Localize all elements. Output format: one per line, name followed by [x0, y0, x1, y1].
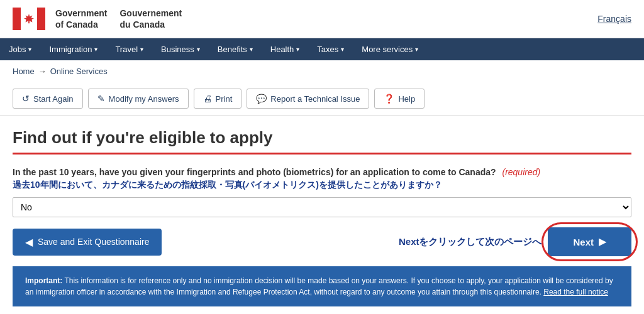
help-button[interactable]: ❓ Help [374, 89, 425, 109]
breadcrumb-home[interactable]: Home [13, 67, 35, 76]
biometrics-select[interactable]: NoYes [13, 197, 631, 217]
question-block: In the past 10 years, have you given you… [13, 167, 631, 227]
nav-label-taxes: Taxes [317, 45, 338, 54]
help-icon: ❓ [384, 94, 394, 104]
notice-link[interactable]: Read the full notice [543, 288, 608, 296]
chevron-down-icon: ▾ [94, 46, 97, 53]
nav-item-more-services[interactable]: More services▾ [353, 38, 427, 60]
chevron-down-icon: ▾ [140, 46, 143, 53]
next-hint-text: Nextをクリックして次のページへ [399, 236, 542, 248]
start-again-icon: ↺ [22, 94, 30, 104]
question-text-en: In the past 10 years, have you given you… [13, 167, 631, 177]
gov-name-fr: Gouvernement du Canada [119, 8, 182, 30]
nav-item-business[interactable]: Business▾ [152, 38, 209, 60]
chevron-down-icon: ▾ [197, 46, 200, 53]
breadcrumb-arrow: → [38, 67, 47, 76]
help-label: Help [398, 94, 415, 104]
page-title: Find out if you're eligible to apply [13, 128, 631, 154]
important-notice: Important: This information is for refer… [13, 266, 631, 306]
next-section: Nextをクリックして次のページへ Next ▶ [399, 227, 631, 256]
nav-label-health: Health [270, 45, 294, 54]
main-content: Find out if you're eligible to apply In … [0, 116, 644, 314]
pencil-icon: ✎ [97, 94, 105, 104]
language-toggle[interactable]: Français [597, 14, 631, 24]
breadcrumb-online-services[interactable]: Online Services [50, 67, 108, 76]
start-again-label: Start Again [33, 94, 74, 104]
nav-label-travel: Travel [115, 45, 138, 54]
nav-item-jobs[interactable]: Jobs▾ [0, 38, 40, 60]
nav-item-travel[interactable]: Travel▾ [106, 38, 152, 60]
question-text-ja: 過去10年間において、カナダに来るための指紋採取・写真(バイオメトリクス)を提供… [13, 180, 631, 191]
report-issue-button[interactable]: 💬 Report a Technical Issue [247, 89, 369, 109]
notice-bold: Important: [25, 276, 62, 285]
nav-label-immigration: Immigration [49, 45, 92, 54]
next-label: Next [573, 237, 594, 247]
canada-flag [13, 6, 45, 31]
chevron-down-icon: ▾ [250, 46, 253, 53]
chevron-down-icon: ▾ [341, 46, 344, 53]
nav-label-jobs: Jobs [9, 45, 26, 54]
chevron-down-icon: ▾ [415, 46, 418, 53]
next-arrow-icon: ▶ [599, 236, 606, 247]
toolbar: ↺ Start Again ✎ Modify my Answers 🖨 Prin… [0, 82, 644, 116]
modify-answers-button[interactable]: ✎ Modify my Answers [88, 89, 189, 109]
print-button[interactable]: 🖨 Print [194, 89, 242, 109]
print-label: Print [216, 94, 233, 104]
action-row: ◀ Save and Exit Questionnaire Nextをクリックし… [13, 227, 631, 256]
required-label: (required) [502, 167, 540, 177]
gov-name: Government of Canada Gouvernement du Can… [55, 8, 182, 30]
header: Government of Canada Gouvernement du Can… [0, 0, 644, 38]
chevron-down-icon: ▾ [296, 46, 299, 53]
modify-label: Modify my Answers [109, 94, 179, 104]
notice-text: This information is for reference only a… [25, 276, 613, 296]
question-label: In the past 10 years, have you given you… [13, 167, 496, 177]
save-exit-button[interactable]: ◀ Save and Exit Questionnaire [13, 229, 162, 256]
nav-item-immigration[interactable]: Immigration▾ [40, 38, 106, 60]
main-nav: Jobs▾Immigration▾Travel▾Business▾Benefit… [0, 38, 644, 60]
start-again-button[interactable]: ↺ Start Again [13, 89, 83, 109]
chevron-down-icon: ▾ [28, 46, 31, 53]
francais-link[interactable]: Français [597, 14, 631, 24]
nav-label-more-services: More services [362, 45, 413, 54]
breadcrumb: Home → Online Services [0, 60, 644, 82]
nav-item-benefits[interactable]: Benefits▾ [209, 38, 262, 60]
save-exit-label: Save and Exit Questionnaire [38, 237, 149, 247]
next-button[interactable]: Next ▶ [548, 227, 631, 256]
gov-name-en: Government of Canada [55, 8, 107, 30]
report-label: Report a Technical Issue [270, 94, 360, 104]
maple-leaf-icon [23, 13, 35, 24]
nav-item-taxes[interactable]: Taxes▾ [308, 38, 353, 60]
nav-label-business: Business [161, 45, 194, 54]
nav-label-benefits: Benefits [218, 45, 247, 54]
nav-item-health[interactable]: Health▾ [262, 38, 309, 60]
save-exit-icon: ◀ [25, 236, 33, 248]
header-left: Government of Canada Gouvernement du Can… [13, 6, 182, 31]
chat-icon: 💬 [256, 94, 267, 104]
svg-rect-0 [28, 21, 30, 24]
print-icon: 🖨 [203, 94, 212, 104]
next-button-wrapper: Next ▶ [548, 227, 631, 256]
